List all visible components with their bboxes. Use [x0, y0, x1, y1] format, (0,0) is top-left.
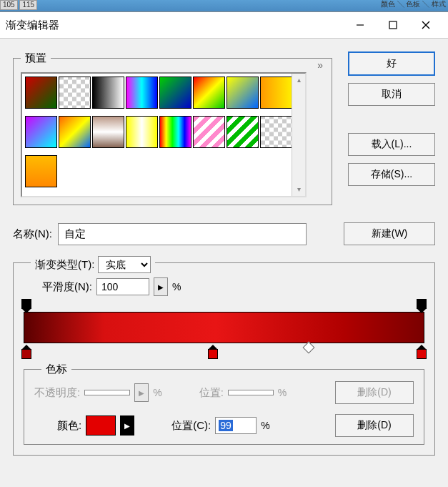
gradient-bar[interactable]: [24, 312, 424, 343]
smoothness-dropdown-icon[interactable]: ▶: [154, 277, 168, 296]
position2-input[interactable]: 99: [215, 417, 257, 434]
smoothness-label: 平滑度(N):: [42, 280, 92, 294]
opacity-input: [84, 390, 130, 395]
color-swatch[interactable]: [86, 415, 116, 436]
color-label: 颜色:: [57, 419, 81, 433]
preset-swatch[interactable]: [260, 116, 292, 148]
delete-color-stop-button[interactable]: 删除(D): [335, 414, 414, 437]
preset-swatch[interactable]: [159, 77, 191, 109]
preset-swatch[interactable]: [92, 77, 124, 109]
opacity-stop-left[interactable]: [21, 299, 31, 310]
scroll-up-icon[interactable]: ▴: [292, 74, 305, 87]
preset-swatch[interactable]: [126, 116, 158, 148]
position1-input: [228, 390, 274, 395]
app-tabstrip: 105 115 颜色 ╲ 色板 ╲ 样式: [0, 0, 448, 12]
gradient-editor-window: 105 115 颜色 ╲ 色板 ╲ 样式 渐变编辑器 预置 » ▴ ▾: [0, 0, 448, 487]
scroll-down-icon[interactable]: ▾: [292, 183, 305, 196]
preset-swatch[interactable]: [193, 77, 225, 109]
gradient-type-select[interactable]: 实底: [98, 256, 151, 273]
midpoint-diamond[interactable]: [302, 342, 314, 354]
titlebar: 渐变编辑器: [0, 12, 448, 39]
opacity-unit: %: [153, 387, 161, 398]
position1-label: 位置:: [199, 386, 224, 400]
presets-fieldset: 预置 » ▴ ▾: [13, 51, 332, 205]
preset-swatch[interactable]: [25, 116, 57, 148]
preset-swatch[interactable]: [227, 77, 259, 109]
position1-unit: %: [278, 387, 287, 398]
window-title: 渐变编辑器: [6, 19, 344, 32]
color-stop-right[interactable]: [417, 345, 427, 359]
opacity-label: 不透明度:: [34, 386, 80, 400]
preset-swatch[interactable]: [59, 116, 91, 148]
color-stop-left[interactable]: [21, 345, 31, 359]
preset-swatch[interactable]: [92, 116, 124, 148]
preset-swatch[interactable]: [159, 116, 191, 148]
preset-swatch[interactable]: [193, 116, 225, 148]
new-button[interactable]: 新建(W): [344, 222, 435, 245]
gradient-settings: 渐变类型(T): 实底 平滑度(N): 100 ▶ %: [13, 262, 435, 456]
svg-rect-1: [389, 21, 397, 29]
presets-menu-icon[interactable]: »: [314, 59, 326, 71]
gradient-type-label: 渐变类型(T):: [35, 258, 94, 270]
ok-button[interactable]: 好: [348, 51, 435, 76]
preset-swatch[interactable]: [227, 116, 259, 148]
tab-num: 115: [19, 0, 37, 10]
position2-label: 位置(C):: [171, 419, 211, 433]
stops-fieldset: 色标 不透明度: ▶ % 位置: % 删除(D) 颜色: ▶: [24, 369, 424, 445]
gradient-preview-area[interactable]: [24, 312, 424, 343]
preset-grid: ▴ ▾: [21, 72, 307, 197]
name-label: 名称(N):: [13, 227, 52, 241]
name-input[interactable]: 自定: [58, 223, 307, 245]
presets-scrollbar[interactable]: ▴ ▾: [292, 74, 305, 196]
delete-opacity-stop-button: 删除(D): [335, 381, 414, 404]
preset-swatch[interactable]: [260, 77, 292, 109]
preset-swatch[interactable]: [59, 77, 91, 109]
smoothness-unit: %: [172, 281, 181, 292]
preset-swatch[interactable]: [25, 77, 57, 109]
color-stop-mid[interactable]: [208, 345, 218, 359]
color-menu-icon[interactable]: ▶: [120, 415, 134, 436]
cancel-button[interactable]: 取消: [348, 83, 435, 106]
save-button[interactable]: 存储(S)...: [348, 163, 435, 186]
opacity-dropdown-icon: ▶: [134, 383, 149, 402]
palette-tabs: 颜色 ╲ 色板 ╲ 样式: [379, 0, 448, 9]
minimize-button[interactable]: [344, 12, 377, 38]
smoothness-input[interactable]: 100: [96, 278, 149, 295]
close-button[interactable]: [409, 12, 442, 38]
preset-swatch[interactable]: [126, 77, 158, 109]
stops-legend: 色标: [41, 363, 71, 376]
load-button[interactable]: 载入(L)...: [348, 133, 435, 156]
presets-legend: 预置: [21, 51, 51, 65]
position2-unit: %: [261, 420, 269, 431]
maximize-button[interactable]: [377, 12, 409, 38]
tab-num: 105: [0, 0, 18, 10]
preset-swatch[interactable]: [25, 155, 57, 187]
opacity-stop-right[interactable]: [417, 299, 427, 310]
